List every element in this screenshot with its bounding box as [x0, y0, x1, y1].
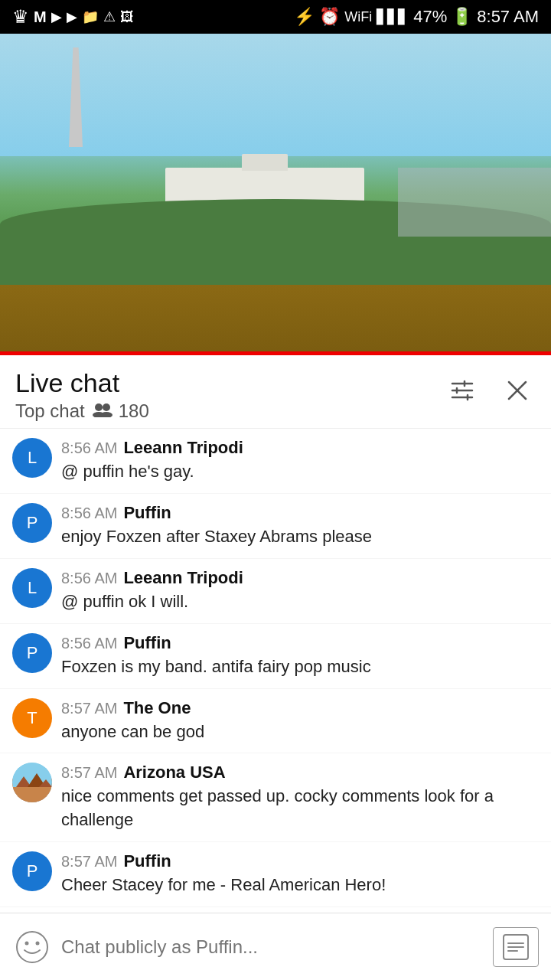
svg-point-22: [25, 941, 29, 945]
message-time: 8:57 AM: [61, 853, 117, 871]
svg-point-0: [95, 403, 103, 411]
send-icon: [502, 933, 530, 961]
message-meta: 8:57 AM The One: [61, 698, 539, 718]
signal-icon: ▋▋▋: [377, 8, 409, 25]
live-chat-header-left: Live chat Top chat 180: [15, 369, 149, 422]
message-time: 8:56 AM: [61, 439, 117, 457]
video-ground: [0, 285, 551, 355]
message-time: 8:56 AM: [61, 570, 117, 587]
alarm-icon: ⏰: [319, 7, 340, 27]
youtube2-icon: ▶: [67, 8, 77, 25]
wifi-icon: WiFi: [344, 9, 372, 25]
emoji-button[interactable]: [12, 927, 52, 967]
status-icons-right: ⚡ ⏰ WiFi ▋▋▋ 47% 🔋 8:57 AM: [294, 7, 539, 27]
warning-icon: ⚠: [103, 8, 116, 25]
message-author: Leeann Tripodi: [123, 568, 243, 588]
message-time: 8:56 AM: [61, 635, 117, 652]
message-text: @ puffin ok I will.: [61, 590, 539, 614]
message-meta: 8:56 AM Puffin: [61, 503, 539, 523]
live-chat-subtitle: Top chat 180: [15, 400, 149, 422]
message-text: Foxzen is my band. antifa fairy pop musi…: [61, 655, 539, 679]
crown-icon: ♛: [12, 6, 29, 28]
message-row: L 8:56 AM Leeann Tripodi @ puffin ok I w…: [0, 559, 551, 624]
video-bg-buildings: [398, 168, 551, 237]
message-meta: 8:57 AM Arizona USA: [61, 763, 539, 782]
svg-point-23: [36, 941, 40, 945]
video-player[interactable]: [0, 34, 551, 355]
messages-list: L 8:56 AM Leeann Tripodi @ puffin he's g…: [0, 429, 551, 980]
live-chat-header: Live chat Top chat 180: [0, 355, 551, 429]
message-meta: 8:56 AM Puffin: [61, 633, 539, 653]
message-author: Puffin: [123, 851, 171, 871]
avatar: P: [12, 851, 52, 891]
message-time: 8:57 AM: [61, 700, 117, 717]
message-author: Leeann Tripodi: [123, 438, 243, 458]
avatar: [12, 763, 52, 802]
time-display: 8:57 AM: [477, 7, 539, 27]
message-content: 8:56 AM Puffin Foxzen is my band. antifa…: [61, 633, 539, 679]
m-logo-icon: M: [34, 8, 47, 26]
message-row: P 8:56 AM Puffin enjoy Foxzen after Stax…: [0, 494, 551, 559]
message-content: 8:56 AM Leeann Tripodi @ puffin ok I wil…: [61, 568, 539, 614]
avatar: P: [12, 503, 52, 543]
battery-icon: 🔋: [452, 7, 472, 27]
message-author: Puffin: [123, 633, 171, 653]
chat-input-field[interactable]: [61, 936, 484, 958]
top-chat-label: Top chat: [15, 400, 85, 422]
close-button[interactable]: [499, 372, 536, 409]
battery-percentage: 47%: [413, 7, 447, 27]
people-icon: [91, 400, 112, 422]
message-author: Puffin: [123, 503, 171, 523]
svg-rect-13: [12, 787, 52, 802]
message-row: P 8:56 AM Puffin Foxzen is my band. anti…: [0, 624, 551, 689]
video-sky: [0, 34, 551, 156]
live-chat-title: Live chat: [15, 369, 149, 397]
emoji-icon: [15, 930, 49, 964]
message-content: 8:57 AM Arizona USA nice comments get pa…: [61, 763, 539, 832]
avatar: P: [12, 633, 52, 673]
message-row: 8:57 AM Arizona USA nice comments get pa…: [0, 753, 551, 842]
folder-icon: 📁: [82, 8, 99, 25]
bluetooth-icon: ⚡: [294, 7, 315, 27]
message-content: 8:56 AM Leeann Tripodi @ puffin he's gay…: [61, 438, 539, 484]
message-author: The One: [123, 698, 191, 718]
message-text: Cheer Stacey for me - Real American Hero…: [61, 874, 539, 897]
live-chat-panel: Live chat Top chat 180: [0, 355, 551, 980]
avatar: L: [12, 438, 52, 478]
svg-point-21: [17, 932, 47, 962]
message-time: 8:57 AM: [61, 764, 117, 782]
message-meta: 8:56 AM Leeann Tripodi: [61, 438, 539, 458]
avatar: L: [12, 568, 52, 608]
live-chat-header-right: [444, 369, 536, 409]
message-text: anyone can be god: [61, 720, 539, 744]
message-row: L 8:56 AM Leeann Tripodi @ puffin he's g…: [0, 429, 551, 494]
svg-point-1: [103, 403, 110, 411]
message-content: 8:56 AM Puffin enjoy Foxzen after Staxey…: [61, 503, 539, 549]
close-icon: [504, 377, 530, 403]
chat-input-bar: [0, 913, 551, 980]
status-bar: ♛ M ▶ ▶ 📁 ⚠ 🖼 ⚡ ⏰ WiFi ▋▋▋ 47% 🔋 8:57 AM: [0, 0, 551, 34]
message-author: Arizona USA: [123, 763, 225, 782]
message-text: enjoy Foxzen after Staxey Abrams please: [61, 525, 539, 549]
message-text: nice comments get passed up. cocky comme…: [61, 785, 539, 832]
filter-button[interactable]: [444, 372, 481, 409]
message-row: T 8:57 AM The One anyone can be god: [0, 689, 551, 754]
filter-icon: [449, 377, 475, 403]
message-meta: 8:57 AM Puffin: [61, 851, 539, 871]
message-row: P 8:57 AM Puffin Cheer Stacey for me - R…: [0, 842, 551, 907]
message-time: 8:56 AM: [61, 505, 117, 522]
message-text: @ puffin he's gay.: [61, 460, 539, 484]
message-content: 8:57 AM The One anyone can be god: [61, 698, 539, 744]
youtube-icon: ▶: [51, 8, 62, 25]
video-progress-bar[interactable]: [0, 351, 551, 355]
avatar: T: [12, 698, 52, 738]
message-content: 8:57 AM Puffin Cheer Stacey for me - Rea…: [61, 851, 539, 897]
status-icons-left: ♛ M ▶ ▶ 📁 ⚠ 🖼: [12, 6, 134, 28]
image-icon: 🖼: [120, 9, 134, 25]
message-meta: 8:56 AM Leeann Tripodi: [61, 568, 539, 588]
send-button[interactable]: [493, 927, 539, 967]
viewer-count: 180: [119, 400, 149, 422]
